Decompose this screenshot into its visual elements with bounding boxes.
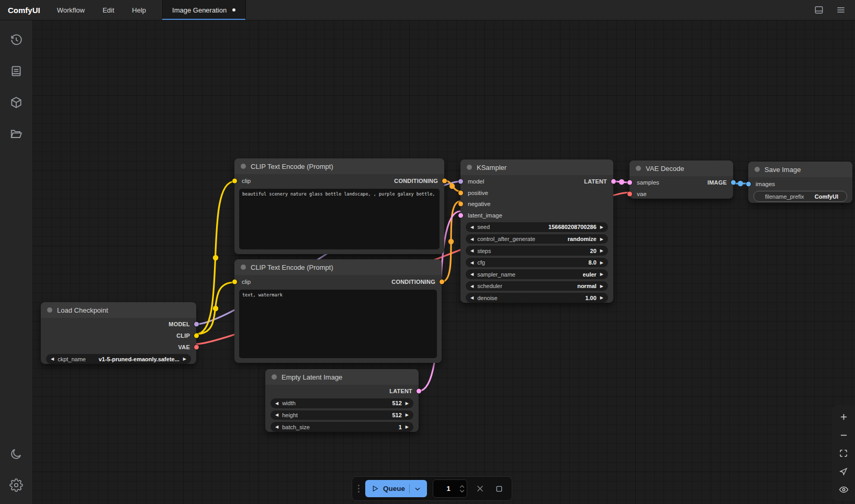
sidebar-node-library-button[interactable]	[5, 91, 28, 114]
conditioning-output-port[interactable]	[442, 178, 447, 183]
latent-image-input-port[interactable]	[458, 213, 463, 217]
decrement-arrow-icon[interactable]: ◀	[275, 401, 278, 406]
node-ksampler[interactable]: KSampler model LATENT positive negative …	[460, 159, 613, 303]
increment-arrow-icon[interactable]: ▶	[600, 272, 603, 277]
increment-arrow-icon[interactable]: ▶	[406, 401, 409, 406]
decrement-arrow-icon[interactable]: ◀	[275, 425, 278, 429]
clip-input-port[interactable]	[232, 178, 237, 183]
seed-widget[interactable]: ◀ seed 156680208700286 ▶	[466, 222, 608, 232]
prompt-textarea[interactable]: beautiful scenery nature glass bottle la…	[239, 189, 440, 249]
model-output-port[interactable]	[194, 322, 199, 327]
node-clip-text-encode-negative[interactable]: CLIP Text Encode (Prompt) clip CONDITION…	[234, 259, 442, 363]
samples-input-port[interactable]	[627, 180, 632, 185]
chevron-down-icon[interactable]	[414, 485, 421, 492]
increment-arrow-icon[interactable]: ▶	[406, 413, 409, 417]
node-clip-text-encode-positive[interactable]: CLIP Text Encode (Prompt) clip CONDITION…	[234, 158, 444, 254]
collapse-dot[interactable]	[272, 374, 277, 380]
vae-output-port[interactable]	[194, 345, 199, 349]
sidebar-workflows-button[interactable]	[5, 122, 28, 145]
zoom-out-button[interactable]	[837, 428, 850, 442]
increment-arrow-icon[interactable]: ▶	[600, 248, 603, 253]
clear-queue-button[interactable]	[473, 482, 487, 496]
node-canvas[interactable]	[32, 20, 855, 504]
decrement-arrow-icon[interactable]: ◀	[470, 248, 474, 253]
steps-widget[interactable]: ◀ steps 20 ▶	[466, 246, 608, 256]
scheduler-widget[interactable]: ◀ scheduler normal ▶	[466, 281, 608, 291]
vae-input-port[interactable]	[627, 191, 632, 196]
decrement-arrow-icon[interactable]: ◀	[470, 237, 474, 242]
toggle-visibility-button[interactable]	[837, 483, 850, 496]
batch-size-widget[interactable]: ◀ batch_size 1 ▶	[271, 422, 413, 432]
latent-output-port[interactable]	[611, 179, 616, 184]
sidebar-logs-button[interactable]	[5, 60, 28, 83]
node-titlebar[interactable]: Save Image	[748, 162, 852, 177]
queue-button[interactable]: Queue	[365, 480, 427, 497]
conditioning-output-port[interactable]	[440, 279, 444, 284]
increment-arrow-icon[interactable]: ▶	[183, 357, 186, 361]
denoise-widget[interactable]: ◀ denoise 1.00 ▶	[466, 293, 608, 303]
node-save-image[interactable]: Save Image images filename_prefix ComfyU…	[748, 162, 852, 203]
height-widget[interactable]: ◀ height 512 ▶	[271, 410, 413, 420]
spinner-down-icon[interactable]	[459, 489, 465, 493]
spinner-up-icon[interactable]	[459, 485, 465, 488]
interrupt-button[interactable]	[492, 482, 506, 496]
image-output-port[interactable]	[731, 180, 736, 185]
fit-view-button[interactable]	[837, 446, 850, 460]
decrement-arrow-icon[interactable]: ◀	[470, 225, 474, 230]
theme-toggle-button[interactable]	[5, 442, 28, 465]
node-titlebar[interactable]: Empty Latent Image	[265, 369, 419, 385]
control-after-generate-widget[interactable]: ◀ control_after_generate randomize ▶	[466, 234, 608, 244]
node-titlebar[interactable]: Load Checkpoint	[41, 302, 196, 318]
zoom-in-button[interactable]	[837, 410, 850, 424]
navigate-button[interactable]	[837, 465, 850, 478]
node-empty-latent-image[interactable]: Empty Latent Image LATENT ◀ width 512 ▶ …	[265, 369, 419, 432]
increment-arrow-icon[interactable]: ▶	[406, 425, 409, 429]
negative-input-port[interactable]	[458, 202, 463, 207]
collapse-dot[interactable]	[241, 265, 246, 270]
node-load-checkpoint[interactable]: Load Checkpoint MODEL CLIP VAE ◀ ckpt_na…	[41, 302, 196, 364]
menu-edit[interactable]: Edit	[94, 0, 123, 20]
node-titlebar[interactable]: CLIP Text Encode (Prompt)	[234, 158, 444, 174]
decrement-arrow-icon[interactable]: ◀	[51, 357, 54, 361]
decrement-arrow-icon[interactable]: ◀	[470, 295, 474, 300]
settings-button[interactable]	[5, 474, 28, 497]
images-input-port[interactable]	[746, 181, 751, 186]
decrement-arrow-icon[interactable]: ◀	[470, 272, 474, 277]
collapse-dot[interactable]	[241, 164, 246, 169]
main-menu-button[interactable]	[833, 2, 849, 18]
cfg-widget[interactable]: ◀ cfg 8.0 ▶	[466, 258, 608, 268]
node-titlebar[interactable]: KSampler	[460, 159, 613, 175]
increment-arrow-icon[interactable]: ▶	[600, 284, 603, 289]
increment-arrow-icon[interactable]: ▶	[600, 237, 603, 242]
collapse-dot[interactable]	[755, 167, 760, 172]
collapse-dot[interactable]	[636, 166, 641, 171]
latent-output-port[interactable]	[417, 389, 421, 394]
tab-image-generation[interactable]: Image Generation	[162, 0, 246, 20]
sampler-name-widget[interactable]: ◀ sampler_name euler ▶	[466, 269, 608, 279]
node-titlebar[interactable]: CLIP Text Encode (Prompt)	[234, 259, 442, 275]
prompt-textarea[interactable]: text, watermark	[239, 290, 437, 358]
menu-workflow[interactable]: Workflow	[48, 0, 94, 20]
increment-arrow-icon[interactable]: ▶	[600, 295, 603, 300]
menu-help[interactable]: Help	[123, 0, 155, 20]
decrement-arrow-icon[interactable]: ◀	[470, 260, 474, 265]
batch-count-input[interactable]: 1	[433, 479, 467, 498]
node-titlebar[interactable]: VAE Decode	[629, 161, 733, 176]
ckpt-name-widget[interactable]: ◀ ckpt_name v1-5-pruned-emaonly.safete..…	[46, 354, 191, 364]
decrement-arrow-icon[interactable]: ◀	[275, 413, 278, 417]
width-widget[interactable]: ◀ width 512 ▶	[271, 398, 413, 408]
collapse-dot[interactable]	[47, 307, 52, 313]
increment-arrow-icon[interactable]: ▶	[600, 260, 603, 265]
collapse-dot[interactable]	[467, 165, 472, 170]
sidebar-history-button[interactable]	[5, 28, 28, 51]
clip-input-port[interactable]	[232, 279, 237, 284]
positive-input-port[interactable]	[458, 190, 463, 195]
node-vae-decode[interactable]: VAE Decode samples IMAGE vae	[629, 161, 733, 199]
increment-arrow-icon[interactable]: ▶	[600, 225, 603, 230]
filename-prefix-widget[interactable]: filename_prefix ComfyUI	[753, 191, 847, 202]
drag-handle-icon[interactable]	[358, 485, 359, 492]
panel-toggle-button[interactable]	[811, 2, 827, 18]
decrement-arrow-icon[interactable]: ◀	[470, 284, 474, 289]
clip-output-port[interactable]	[194, 334, 199, 338]
model-input-port[interactable]	[458, 179, 463, 184]
